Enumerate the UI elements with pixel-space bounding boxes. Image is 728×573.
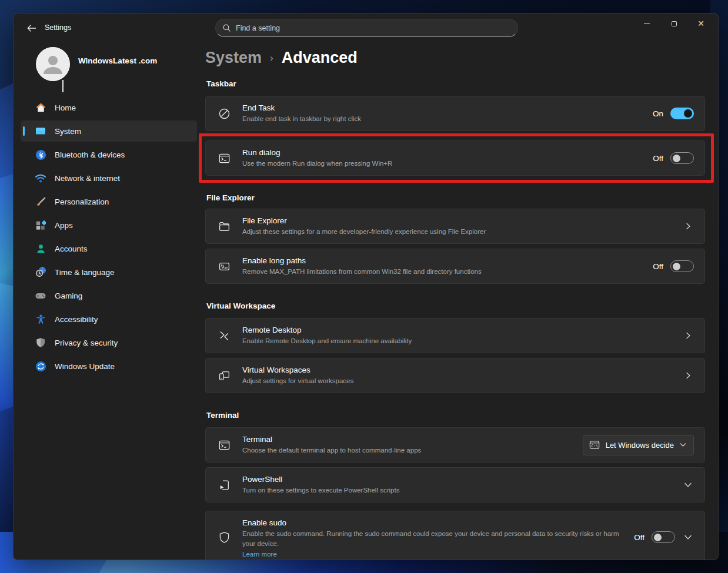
sidebar-item-label: Accessibility xyxy=(55,315,98,324)
end-task-toggle[interactable] xyxy=(670,108,694,119)
chevron-down-icon[interactable] xyxy=(682,482,694,488)
bluetooth-icon xyxy=(35,149,46,160)
setting-control xyxy=(682,482,694,488)
setting-text: Run dialog Use the modern Run dialog whe… xyxy=(242,148,653,169)
sidebar-item-label: Personalization xyxy=(55,197,109,206)
learn-more-link[interactable]: Learn more xyxy=(242,551,277,558)
windows-update-icon xyxy=(35,360,46,372)
sidebar-item-time-language[interactable]: Time & language xyxy=(21,262,197,283)
terminal-default-dropdown[interactable]: C:\ Let Windows decide xyxy=(583,435,694,455)
breadcrumb-system[interactable]: System xyxy=(205,49,262,67)
run-dialog-toggle[interactable] xyxy=(670,152,694,164)
setting-title: PowerShell xyxy=(242,475,673,484)
setting-control xyxy=(682,222,694,230)
section-header-terminal: Terminal xyxy=(206,411,705,421)
folder-icon xyxy=(206,220,242,233)
setting-title: Run dialog xyxy=(242,148,643,157)
sidebar-item-label: Apps xyxy=(55,221,73,230)
end-task-icon xyxy=(206,108,242,120)
sidebar-item-apps[interactable]: Apps xyxy=(21,215,197,236)
setting-subtitle: Remove MAX_PATH limitations from common … xyxy=(242,267,643,277)
sidebar-item-gaming[interactable]: Gaming xyxy=(21,285,197,306)
search-box[interactable]: Find a setting xyxy=(215,19,518,37)
toggle-state-label: Off xyxy=(653,262,663,271)
home-icon xyxy=(35,102,46,113)
virtual-workspaces-icon xyxy=(206,370,242,382)
setting-control: Off xyxy=(653,260,694,272)
toggle-knob xyxy=(673,155,680,162)
chevron-right-icon xyxy=(682,371,694,380)
toggle-state-label: On xyxy=(653,109,663,118)
setting-control: C:\ Let Windows decide xyxy=(583,435,694,455)
setting-text: Enable long paths Remove MAX_PATH limita… xyxy=(242,256,653,277)
sidebar-item-home[interactable]: Home xyxy=(21,97,197,118)
sidebar-item-label: Privacy & security xyxy=(55,339,118,347)
long-paths-icon xyxy=(206,260,242,273)
minimize-icon xyxy=(644,24,650,24)
setting-text: File Explorer Adjust these settings for … xyxy=(242,216,682,237)
sidebar-item-personalization[interactable]: Personalization xyxy=(21,191,197,212)
setting-control xyxy=(682,331,694,340)
setting-title: File Explorer xyxy=(242,216,673,225)
console-icon: C:\ xyxy=(589,440,600,450)
main-content: System › Advanced Taskbar End Task Enabl… xyxy=(205,49,705,560)
run-dialog-icon xyxy=(206,152,242,165)
toggle-knob xyxy=(654,534,662,541)
enable-long-paths-toggle[interactable] xyxy=(670,260,694,272)
sidebar-item-label: Bluetooth & devices xyxy=(55,150,125,159)
sidebar-item-network-internet[interactable]: Network & internet xyxy=(21,167,197,189)
person-icon xyxy=(36,47,70,81)
avatar[interactable] xyxy=(36,47,70,81)
back-button[interactable] xyxy=(22,21,41,36)
time-language-icon xyxy=(35,266,46,278)
shield-icon xyxy=(35,337,46,349)
profile-name[interactable]: WindowsLatest .com xyxy=(78,56,157,65)
setting-row-terminal[interactable]: Terminal Choose the default terminal app… xyxy=(205,427,705,463)
sidebar-item-windows-update[interactable]: Windows Update xyxy=(21,356,197,377)
section-header-file-explorer: File Explorer xyxy=(206,193,705,204)
setting-row-file-explorer[interactable]: File Explorer Adjust these settings for … xyxy=(205,209,705,244)
sidebar-item-privacy-security[interactable]: Privacy & security xyxy=(21,332,197,353)
window-caption-buttons: ✕ xyxy=(633,14,714,33)
setting-row-powershell[interactable]: PowerShell Turn on these settings to exe… xyxy=(205,467,705,502)
apps-icon xyxy=(35,219,46,231)
sidebar-item-system[interactable]: System xyxy=(21,120,197,142)
chevron-right-icon xyxy=(682,331,694,340)
sidebar-item-label: Network & internet xyxy=(55,174,120,183)
accessibility-icon xyxy=(35,313,46,325)
setting-subtitle: Choose the default terminal app to host … xyxy=(242,445,573,455)
setting-row-end-task[interactable]: End Task Enable end task in taskbar by r… xyxy=(205,96,705,131)
setting-row-enable-long-paths[interactable]: Enable long paths Remove MAX_PATH limita… xyxy=(205,249,705,284)
sidebar-item-accessibility[interactable]: Accessibility xyxy=(21,309,197,330)
setting-subtitle: Enable Remote Desktop and ensure machine… xyxy=(242,336,673,346)
chevron-down-icon[interactable] xyxy=(682,535,694,540)
setting-text: Virtual Workspaces Adjust settings for v… xyxy=(242,366,682,386)
setting-text: PowerShell Turn on these settings to exe… xyxy=(242,475,682,495)
window-title: Settings xyxy=(45,24,71,32)
setting-row-remote-desktop[interactable]: Remote Desktop Enable Remote Desktop and… xyxy=(205,318,705,353)
setting-title: Terminal xyxy=(242,435,573,444)
maximize-icon xyxy=(672,21,677,26)
setting-title: Remote Desktop xyxy=(242,326,673,334)
minimize-button[interactable] xyxy=(633,14,660,33)
sidebar-item-accounts[interactable]: Accounts xyxy=(21,238,197,259)
setting-row-enable-sudo[interactable]: Enable sudo Enable the sudo command. Run… xyxy=(205,511,705,560)
toggle-state-label: Off xyxy=(634,533,644,542)
search-icon xyxy=(223,24,231,32)
setting-row-virtual-workspaces[interactable]: Virtual Workspaces Adjust settings for v… xyxy=(205,358,705,393)
setting-row-run-dialog[interactable]: Run dialog Use the modern Run dialog whe… xyxy=(205,140,705,176)
setting-text: End Task Enable end task in taskbar by r… xyxy=(242,103,653,124)
back-arrow-icon xyxy=(27,25,36,32)
sidebar-item-bluetooth-devices[interactable]: Bluetooth & devices xyxy=(21,144,197,165)
section-header-taskbar: Taskbar xyxy=(206,79,705,90)
setting-control: On xyxy=(653,108,694,119)
chevron-right-icon xyxy=(682,222,694,230)
chevron-down-icon xyxy=(680,443,686,447)
close-button[interactable]: ✕ xyxy=(687,14,714,33)
sidebar-item-label: Accounts xyxy=(55,244,88,253)
setting-title: Virtual Workspaces xyxy=(242,366,673,374)
setting-subtitle: Adjust these settings for a more develop… xyxy=(242,227,673,237)
enable-sudo-toggle[interactable] xyxy=(652,531,675,543)
section-header-virtual-workspace: Virtual Workspace xyxy=(206,301,705,312)
maximize-button[interactable] xyxy=(660,14,687,33)
